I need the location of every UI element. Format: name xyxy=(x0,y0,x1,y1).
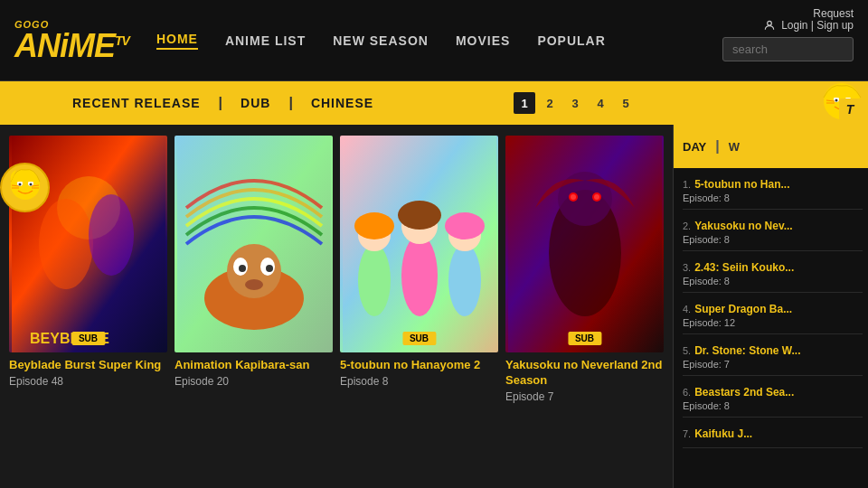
anime-thumbnail xyxy=(175,136,333,352)
nav-home[interactable]: HOME xyxy=(156,32,198,50)
tab-dub[interactable]: DUB xyxy=(222,81,288,125)
content-area: RECENT RELEASE | DUB | CHINESE 1 2 3 4 5 xyxy=(0,81,868,488)
tab-recent-release[interactable]: RECENT RELEASE xyxy=(54,81,219,125)
anime-episode: Episode 20 xyxy=(175,375,333,388)
anime-title: Animation Kapibara-san xyxy=(175,358,333,373)
sub-badge: SUB xyxy=(402,332,436,345)
list-item[interactable]: 3.2.43: Seiin Kouko... Episode: 8 xyxy=(683,258,863,293)
page-5[interactable]: 5 xyxy=(615,92,637,114)
svg-point-38 xyxy=(571,194,576,200)
nav-new-season[interactable]: NEW SEASON xyxy=(333,33,429,48)
sub-badge: SUB xyxy=(71,332,105,345)
svg-point-39 xyxy=(594,194,599,200)
list-item[interactable]: 5.Dr. Stone: Stone W... Episode: 7 xyxy=(683,342,863,376)
list-item[interactable]: 1.5-toubun no Han... Episode: 8 xyxy=(683,175,863,210)
nav-anime-list[interactable]: ANIME LIST xyxy=(225,33,306,48)
card-image-2 xyxy=(177,136,331,352)
logo-anime: ANiMETV xyxy=(14,30,129,62)
header: GOGO ANiMETV HOME ANIME LIST NEW SEASON … xyxy=(0,0,868,81)
svg-point-30 xyxy=(354,212,394,239)
list-item[interactable]: 6.Beastars 2nd Sea... Episode: 8 xyxy=(683,383,863,418)
svg-point-4 xyxy=(18,183,21,185)
anime-grid: BEYBLADE SUB Beyblade Burst Super King E… xyxy=(0,125,673,488)
sidebar-tab-week[interactable]: W xyxy=(729,140,740,154)
tabs-bar: RECENT RELEASE | DUB | CHINESE 1 2 3 4 5 xyxy=(0,81,868,125)
svg-point-13 xyxy=(89,194,134,276)
anime-episode: Episode 7 xyxy=(505,390,664,403)
sub-badge: SUB xyxy=(568,332,601,345)
anime-thumbnail: SUB xyxy=(505,136,664,352)
user-icon xyxy=(763,19,776,32)
page-3[interactable]: 3 xyxy=(564,92,586,114)
anime-episode: Episode 48 xyxy=(9,375,167,388)
svg-point-24 xyxy=(358,244,391,316)
svg-point-5 xyxy=(29,183,32,185)
svg-point-32 xyxy=(445,212,485,239)
pagination: 1 2 3 4 5 xyxy=(514,92,637,114)
request-link[interactable]: Request xyxy=(813,7,854,20)
svg-point-22 xyxy=(245,279,263,290)
header-right: Login | Sign up xyxy=(722,19,854,61)
sidebar-list: 1.5-toubun no Han... Episode: 8 2.Yakuso… xyxy=(674,168,868,463)
login-area[interactable]: Login | Sign up xyxy=(763,19,854,32)
svg-point-31 xyxy=(398,201,441,230)
main-nav: HOME ANIME LIST NEW SEASON MOVIES POPULA… xyxy=(156,32,722,50)
main-content: BEYBLADE SUB Beyblade Burst Super King E… xyxy=(0,125,868,488)
anime-card[interactable]: SUB Yakusoku no Neverland 2nd Season Epi… xyxy=(505,136,664,477)
svg-point-26 xyxy=(401,235,438,316)
list-item[interactable]: 4.Super Dragon Ba... Episode: 12 xyxy=(683,300,863,334)
login-label: Login | Sign up xyxy=(781,19,854,32)
svg-point-21 xyxy=(266,265,273,272)
nav-popular[interactable]: POPULAR xyxy=(537,33,605,48)
sidebar-mascot: T xyxy=(822,81,863,122)
page-2[interactable]: 2 xyxy=(539,92,561,114)
mascot-left xyxy=(0,163,50,217)
anime-card[interactable]: Animation Kapibara-san Episode 20 xyxy=(175,136,333,477)
anime-card[interactable]: SUB 5-toubun no Hanayome 2 Episode 8 xyxy=(340,136,498,477)
logo[interactable]: GOGO ANiMETV xyxy=(14,19,129,62)
card-image-3 xyxy=(343,136,496,352)
tab-chinese[interactable]: CHINESE xyxy=(293,81,392,125)
svg-point-28 xyxy=(448,244,481,316)
svg-point-0 xyxy=(768,21,772,25)
card-image-4 xyxy=(508,136,662,352)
nav-movies[interactable]: MOVIES xyxy=(456,33,510,48)
list-item[interactable]: 7.Kaifuku J... xyxy=(683,425,863,448)
svg-point-43 xyxy=(835,99,838,102)
page-1[interactable]: 1 xyxy=(514,92,535,114)
naruto-mascot-left xyxy=(7,165,43,211)
anime-episode: Episode 8 xyxy=(340,375,498,388)
list-item[interactable]: 2.Yakusoku no Nev... Episode: 8 xyxy=(683,217,863,251)
sidebar-tab-day[interactable]: DAY xyxy=(683,140,706,154)
anime-title: 5-toubun no Hanayome 2 xyxy=(340,358,498,373)
anime-thumbnail: SUB xyxy=(340,136,498,352)
anime-title: Yakusoku no Neverland 2nd Season xyxy=(505,358,664,389)
svg-point-20 xyxy=(239,265,246,272)
page-4[interactable]: 4 xyxy=(590,92,611,114)
anime-title: Beyblade Burst Super King xyxy=(9,358,167,373)
search-input[interactable] xyxy=(722,37,854,61)
sidebar-tabs: DAY | W xyxy=(674,125,868,168)
sidebar: T DAY | W 1.5-toubun no Han... Episode: … xyxy=(673,125,868,488)
